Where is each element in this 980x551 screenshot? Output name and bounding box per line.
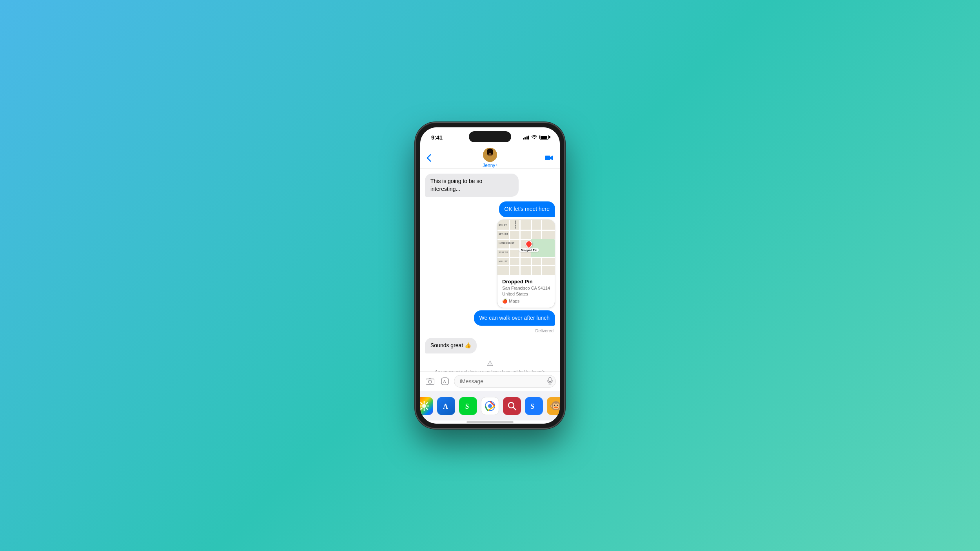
signal-bar-3 [526,136,528,140]
dynamic-island [469,131,511,142]
outgoing-bubble[interactable]: We can walk over after lunch [474,310,555,326]
dock-cashapp-icon[interactable]: $ [459,397,477,415]
input-bar: A [420,372,560,391]
home-indicator [420,420,560,424]
svg-line-22 [426,408,428,410]
incoming-bubble[interactable]: This is going to be so interesting... [425,174,519,197]
map-address: San Francisco CA 94114 United States [502,285,550,297]
map-info: Dropped Pin San Francisco CA 94114 Unite… [497,275,555,308]
message-row: 5TH ST 18TH ST HANCOCK ST 21ST ST HILL S… [425,219,555,308]
map-source: 🍎 Maps [502,299,550,304]
outgoing-bubble[interactable]: OK let's meet here [499,201,555,217]
svg-rect-13 [549,377,551,382]
messages-area: This is going to be so interesting... OK… [420,169,560,372]
status-bar: 9:41 [420,127,560,147]
signal-bar-1 [523,138,524,140]
map-pin: Dropped Pin [519,240,539,252]
apple-maps-icon: 🍎 [502,299,508,304]
security-notice: ⚠ An unrecognized device may have been a… [425,356,555,372]
input-wrapper [454,375,556,388]
mic-button[interactable] [547,377,553,386]
dock-monkey-icon[interactable]: 🐵 [547,397,560,415]
contact-chevron-icon: › [496,163,497,167]
phone-screen: 9:41 [420,127,560,424]
status-icons [523,135,549,140]
dock-appstore-icon[interactable]: A [437,397,455,415]
warning-icon: ⚠ [487,359,493,368]
back-button[interactable] [426,154,438,162]
svg-rect-9 [426,379,434,384]
camera-button[interactable] [424,375,436,387]
incoming-bubble[interactable]: Sounds great 👍 [425,338,477,353]
signal-bar-2 [524,137,526,140]
map-title: Dropped Pin [502,279,550,285]
status-time: 9:41 [431,134,443,141]
svg-point-10 [428,380,432,383]
svg-text:$: $ [465,402,469,410]
map-card[interactable]: 5TH ST 18TH ST HANCOCK ST 21ST ST HILL S… [497,219,555,308]
battery-icon [539,135,549,140]
dock-chrome-icon[interactable] [481,397,499,415]
message-row: We can walk over after lunch [425,310,555,326]
message-input[interactable] [454,375,556,388]
dock-search-icon[interactable] [503,397,521,415]
pin-circle [524,239,534,249]
video-call-button[interactable] [542,155,554,161]
svg-point-28 [488,404,492,408]
signal-bar-4 [528,136,529,140]
dock-shazam-icon[interactable]: S [525,397,543,415]
svg-line-24 [421,408,423,410]
svg-text:A: A [443,402,448,410]
message-row: OK let's meet here [425,201,555,217]
wifi-icon [532,135,537,140]
svg-line-21 [421,402,423,404]
map-image: 5TH ST 18TH ST HANCOCK ST 21ST ST HILL S… [497,220,555,275]
svg-point-6 [488,152,489,153]
dock-photos-icon[interactable] [420,397,433,415]
phone-frame: 9:41 [416,123,564,428]
svg-line-30 [514,407,516,410]
signal-bars-icon [523,135,530,140]
battery-fill [541,136,547,139]
message-row: Sounds great 👍 [425,338,555,353]
svg-line-23 [426,402,428,404]
svg-point-7 [491,152,492,153]
avatar [483,148,497,162]
contact-name: Jenny › [483,163,497,168]
svg-point-16 [422,404,426,408]
message-row: This is going to be so interesting... [425,174,555,197]
delivered-status: Delivered [425,328,554,333]
apps-button[interactable]: A [439,375,451,387]
svg-rect-8 [545,156,550,160]
contact-info[interactable]: Jenny › [438,148,542,168]
home-bar [466,421,514,423]
security-notice-text: An unrecognized device may have been add… [431,369,549,372]
svg-text:S: S [530,402,534,410]
nav-bar: Jenny › [420,147,560,169]
svg-text:A: A [443,379,446,384]
dock: A $ [420,391,560,420]
